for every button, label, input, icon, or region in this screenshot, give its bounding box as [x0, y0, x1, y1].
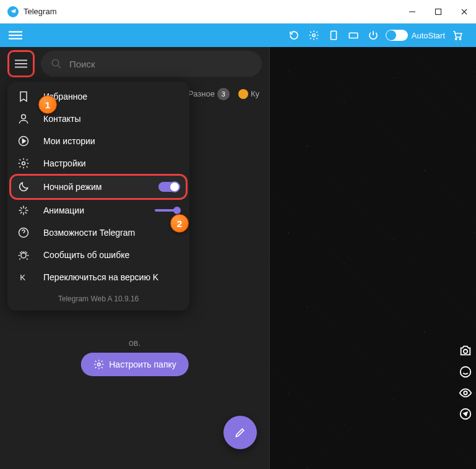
- hamburger-icon: [15, 59, 27, 68]
- titlebar: Telegram: [0, 0, 476, 24]
- svg-rect-9: [349, 33, 358, 38]
- svg-point-15: [52, 59, 59, 66]
- menu-premium[interactable]: Возможности Telegram: [7, 222, 189, 244]
- svg-line-16: [58, 65, 61, 68]
- menu-settings[interactable]: Настройки: [7, 152, 189, 174]
- minimize-button[interactable]: [408, 7, 417, 16]
- pencil-icon: [234, 426, 246, 439]
- toolbar-menu-button[interactable]: [9, 30, 22, 40]
- main-menu: Избранное Контакты Мои истории Настройки…: [7, 82, 189, 311]
- avatar-icon: [238, 89, 248, 99]
- menu-label: Настройки: [43, 158, 86, 168]
- menu-night-mode[interactable]: Ночной режим: [11, 176, 186, 198]
- tablet-icon[interactable]: [327, 29, 340, 41]
- menu-contacts[interactable]: Контакты: [7, 108, 189, 130]
- help-icon: [17, 226, 30, 239]
- gear-icon: [17, 157, 30, 170]
- cart-icon[interactable]: [451, 29, 464, 41]
- svg-point-23: [97, 363, 100, 366]
- menu-label: Переключиться на версию K: [43, 272, 158, 282]
- setup-folder-button[interactable]: Настроить папку: [80, 353, 189, 376]
- svg-point-25: [461, 367, 471, 377]
- menu-label: Сообщить об ошибке: [43, 250, 129, 260]
- svg-point-10: [456, 38, 457, 40]
- autostart-label: AutoStart: [412, 31, 445, 40]
- gear-icon: [93, 359, 104, 370]
- power-icon[interactable]: [367, 29, 379, 41]
- animations-slider[interactable]: [155, 209, 180, 212]
- reload-icon[interactable]: [288, 29, 300, 41]
- annotation-marker-2: 2: [170, 214, 189, 233]
- folder-tab[interactable]: Разное3: [188, 88, 230, 100]
- setup-label: Настроить папку: [109, 359, 176, 369]
- search-input[interactable]: [69, 59, 252, 69]
- user-icon: [17, 113, 30, 125]
- main-menu-button[interactable]: [7, 50, 35, 77]
- bug-icon: [17, 249, 30, 261]
- menu-label: Возможности Telegram: [43, 228, 135, 238]
- badge: 3: [217, 88, 230, 100]
- chat-background: [270, 47, 476, 469]
- window-title: Telegram: [24, 7, 56, 16]
- svg-text:K: K: [20, 273, 25, 282]
- camera-icon[interactable]: [459, 344, 472, 358]
- svg-point-7: [313, 34, 316, 37]
- background-pattern: [270, 47, 476, 469]
- search-bar: [0, 47, 269, 80]
- app-area: о Разное3 Ку Избранное Контакты Мои исто…: [0, 47, 476, 469]
- bookmark-icon: [17, 90, 30, 103]
- annotation-marker-1: 1: [38, 95, 57, 114]
- menu-saved[interactable]: Избранное: [7, 85, 189, 108]
- maximize-button[interactable]: [434, 7, 443, 16]
- search-icon: [51, 58, 62, 69]
- menu-label: Анимации: [43, 205, 84, 215]
- close-button[interactable]: [460, 7, 469, 16]
- version-label: Telegram Web A 10.9.16: [7, 288, 189, 303]
- folder-tab[interactable]: Ку: [238, 89, 259, 100]
- menu-stories[interactable]: Мои истории: [7, 130, 189, 152]
- svg-point-21: [21, 253, 26, 258]
- overlay-tools: [459, 344, 472, 421]
- menu-label: Ночной режим: [43, 182, 102, 192]
- menu-switch-k[interactable]: K Переключиться на версию K: [7, 266, 189, 288]
- svg-point-24: [464, 350, 467, 353]
- night-toggle[interactable]: [158, 182, 180, 192]
- k-icon: K: [17, 271, 30, 283]
- compose-fab[interactable]: [223, 416, 257, 449]
- play-circle-icon: [17, 135, 30, 147]
- compass-icon[interactable]: [459, 407, 472, 421]
- telegram-logo: [7, 6, 19, 17]
- svg-point-19: [22, 162, 25, 165]
- empty-hint: ов.: [0, 338, 269, 348]
- svg-point-26: [464, 391, 467, 395]
- smile-icon[interactable]: [459, 365, 472, 379]
- search-field-wrap[interactable]: [41, 51, 262, 77]
- menu-bug[interactable]: Сообщить об ошибке: [7, 244, 189, 266]
- gear-icon[interactable]: [308, 29, 320, 41]
- sparkle-icon: [17, 204, 30, 217]
- svg-rect-8: [331, 31, 336, 40]
- menu-animations[interactable]: Анимации: [7, 199, 189, 222]
- menu-label: Мои истории: [43, 136, 95, 146]
- emulator-toolbar: AutoStart: [0, 24, 476, 47]
- autostart-toggle[interactable]: [386, 30, 408, 41]
- moon-icon: [17, 181, 30, 193]
- landscape-icon[interactable]: [347, 29, 360, 41]
- svg-rect-1: [436, 9, 441, 14]
- menu-label: Контакты: [43, 114, 80, 124]
- svg-point-17: [22, 114, 26, 119]
- svg-point-11: [459, 38, 461, 40]
- eye-icon[interactable]: [459, 386, 472, 400]
